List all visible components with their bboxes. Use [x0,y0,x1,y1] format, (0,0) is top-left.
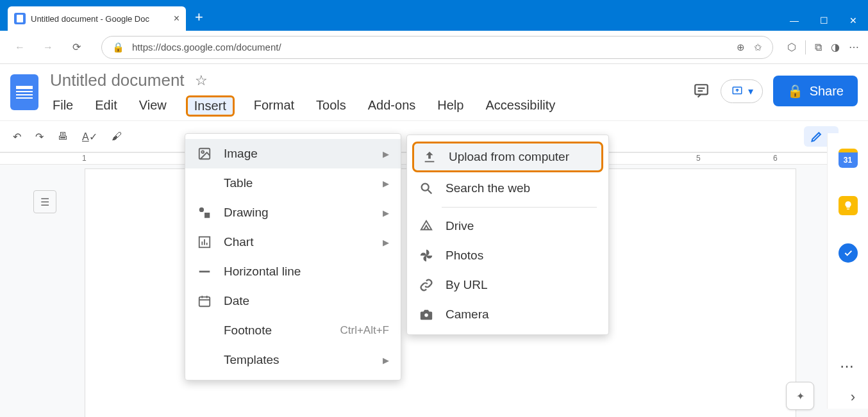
forward-button[interactable]: → [37,37,59,58]
image-submenu-item[interactable]: Search the web [407,174,608,203]
menu-file[interactable]: File [50,95,76,117]
print-icon[interactable]: 🖶 [58,131,68,142]
menu-insert[interactable]: Insert [186,95,235,117]
favorite-icon[interactable]: ✩ [754,42,762,53]
lock-icon: 🔒 [112,42,124,53]
extensions-icon[interactable]: ⬡ [787,41,796,53]
more-icon[interactable]: ⋯ [849,41,859,53]
menu-item-label: Templates [224,353,280,367]
submenu-arrow-icon: ▶ [383,208,389,218]
menu-item-label: Footnote [224,323,272,338]
menu-item-label: Drawing [224,206,269,220]
image-submenu-item[interactable]: Upload from computer [412,142,603,172]
submenu-item-label: Photos [446,249,483,263]
image-submenu-item[interactable]: Drive [407,211,608,241]
svg-line-19 [428,190,432,194]
menu-accessibility[interactable]: Accessibility [483,95,558,117]
image-submenu-item[interactable]: Photos [407,241,608,270]
keep-icon[interactable] [839,196,858,215]
upload-icon [422,150,437,164]
browser-titlebar: Untitled document - Google Doc × + — ☐ ✕ [0,0,868,31]
svg-rect-17 [425,161,435,162]
paint-format-icon[interactable]: 🖌 [112,131,122,142]
outline-button[interactable]: ☰ [33,190,56,213]
date-icon [197,294,212,308]
insert-menu-item[interactable]: Templates▶ [185,345,401,375]
explore-button[interactable]: ✦ [786,382,814,410]
photos-icon [419,249,434,263]
new-tab-button[interactable]: + [195,9,203,26]
svg-point-18 [422,184,429,191]
minimize-button[interactable]: — [780,10,809,31]
menu-help[interactable]: Help [435,95,466,117]
insert-menu-item[interactable]: Date [185,286,401,316]
submenu-item-label: Drive [446,219,474,233]
submenu-item-label: By URL [446,278,487,292]
zoom-icon[interactable]: ⊕ [737,42,745,53]
menu-item-label: Date [224,294,249,308]
hr-icon [197,265,212,279]
menu-add-ons[interactable]: Add-ons [365,95,419,117]
menu-view[interactable]: View [137,95,169,117]
docs-favicon [14,13,26,24]
side-expand-icon[interactable]: › [851,389,855,405]
insert-menu-item[interactable]: FootnoteCtrl+Alt+F [185,316,401,345]
browser-toolbar: ← → ⟳ 🔒 https://docs.google.com/document… [0,31,868,64]
menu-edit[interactable]: Edit [92,95,119,117]
image-submenu-item[interactable]: Camera [407,300,608,329]
submenu-item-label: Search the web [446,181,530,195]
window-controls: — ☐ ✕ [780,10,868,31]
tab-title: Untitled document - Google Doc [31,14,149,24]
submenu-arrow-icon: ▶ [383,179,389,188]
menu-item-label: Image [224,147,258,161]
menu-item-label: Table [224,176,253,190]
docs-logo[interactable] [10,74,38,110]
share-button[interactable]: 🔒 Share [773,76,858,106]
submenu-arrow-icon: ▶ [383,238,389,247]
reload-button[interactable]: ⟳ [65,37,87,58]
side-more-icon[interactable]: ⋯ [840,358,855,375]
address-bar[interactable]: 🔒 https://docs.google.com/document/ ⊕ ✩ [101,36,773,59]
maximize-button[interactable]: ☐ [809,10,839,31]
lock-icon: 🔒 [787,83,803,99]
url-text: https://docs.google.com/document/ [132,42,281,53]
ruler-mark: 1 [82,154,87,163]
docs-header: Untitled document ☆ FileEditViewInsertFo… [0,64,868,117]
browser-tab[interactable]: Untitled document - Google Doc × [8,6,186,31]
insert-menu-item[interactable]: Image▶ [185,139,401,168]
comments-icon[interactable] [692,83,710,99]
svg-point-5 [201,151,204,153]
spellcheck-icon[interactable]: A✓ [82,131,97,143]
tasks-icon[interactable] [839,243,858,263]
insert-menu-item[interactable]: Chart▶ [185,227,401,257]
svg-rect-0 [695,85,708,94]
menubar: FileEditViewInsertFormatToolsAdd-onsHelp… [50,95,681,117]
collections-icon[interactable]: ⧉ [815,42,822,53]
close-window-button[interactable]: ✕ [839,10,868,31]
star-icon[interactable]: ☆ [195,72,208,89]
menu-format[interactable]: Format [251,95,297,117]
svg-point-20 [424,313,428,317]
svg-rect-13 [199,297,210,307]
present-button[interactable]: ▾ [721,79,763,103]
ruler-mark: 6 [773,154,778,163]
calendar-icon[interactable]: 31 [839,149,858,168]
menu-tools[interactable]: Tools [313,95,349,117]
insert-menu: Image▶Table▶Drawing▶Chart▶Horizontal lin… [185,133,401,380]
image-submenu: Upload from computerSearch the webDriveP… [406,135,609,335]
menu-item-label: Chart [224,235,253,249]
insert-menu-item[interactable]: Table▶ [185,168,401,198]
document-title[interactable]: Untitled document [50,70,185,90]
back-button[interactable]: ← [9,37,31,58]
image-submenu-item[interactable]: By URL [407,270,608,300]
separator [805,40,806,54]
tab-close-icon[interactable]: × [174,13,179,24]
undo-icon[interactable]: ↶ [13,131,21,143]
insert-menu-item[interactable]: Drawing▶ [185,198,401,227]
submenu-item-label: Camera [446,307,489,322]
redo-icon[interactable]: ↷ [35,131,44,143]
svg-point-6 [199,208,204,212]
dropdown-caret-icon: ▾ [748,85,753,97]
insert-menu-item[interactable]: Horizontal line [185,257,401,286]
profile-icon[interactable]: ◑ [831,41,840,53]
